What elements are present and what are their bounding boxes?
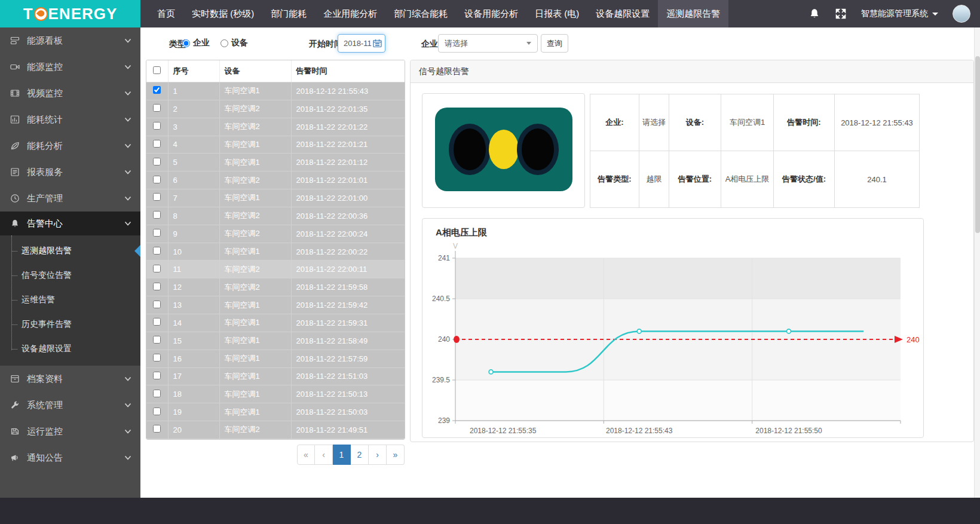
page-button-4[interactable]: 2	[351, 445, 369, 465]
sidebar-item-7[interactable]: 生产管理	[0, 185, 140, 212]
topnav-item-8[interactable]: 设备越限设置	[587, 0, 658, 27]
search-button[interactable]: 查询	[541, 34, 568, 53]
start-time-input[interactable]	[338, 34, 385, 53]
topnav-item-1[interactable]: 首页	[149, 0, 183, 27]
row-checkbox[interactable]	[153, 301, 161, 308]
sidebar-subitem-5[interactable]: 设备越限设置	[0, 336, 140, 361]
topnav-item-9[interactable]: 遥测越限告警	[658, 0, 728, 27]
row-checkbox[interactable]	[153, 229, 161, 237]
row-checkbox[interactable]	[153, 176, 161, 183]
table-row[interactable]: 17车间空调12018-11-22 21:51:03	[146, 367, 405, 385]
chevron-down-icon	[124, 115, 132, 124]
page-button-6[interactable]: »	[387, 445, 405, 465]
table-row[interactable]: 3车间空调22018-11-22 22:01:22	[146, 118, 405, 136]
table-row[interactable]: 11车间空调22018-11-22 22:00:11	[146, 261, 405, 278]
type-radio-1[interactable]: 企业	[182, 38, 210, 48]
table-row[interactable]: 13车间空调12018-11-22 21:59:42	[146, 296, 405, 314]
row-checkbox[interactable]	[153, 318, 161, 326]
page-button-5[interactable]: ›	[369, 445, 387, 465]
table-row[interactable]: 19车间空调12018-11-22 21:50:03	[146, 403, 405, 421]
svg-text:240: 240	[906, 335, 920, 344]
table-row[interactable]: 15车间空调12018-11-22 21:58:49	[146, 332, 405, 350]
topnav-item-3[interactable]: 部门能耗	[262, 0, 315, 27]
row-checkbox[interactable]	[153, 193, 161, 201]
logo-text-t: T	[23, 5, 33, 23]
table-row[interactable]: 4车间空调12018-11-22 22:01:21	[146, 136, 405, 154]
page-button-1[interactable]: «	[297, 445, 315, 465]
sidebar-subitem-3[interactable]: 运维告警	[0, 287, 140, 312]
page-button-2[interactable]: ‹	[315, 445, 333, 465]
sidebar-item-6[interactable]: 报表服务	[0, 159, 140, 185]
row-checkbox[interactable]	[153, 247, 161, 255]
row-checkbox[interactable]	[153, 265, 161, 272]
sidebar-subitem-2[interactable]: 信号变位告警	[0, 263, 140, 287]
table-row[interactable]: 5车间空调12018-11-22 22:01:12	[146, 154, 405, 171]
sidebar-item-11[interactable]: 运行监控	[0, 418, 140, 445]
row-checkbox[interactable]	[153, 283, 161, 290]
user-avatar[interactable]	[953, 5, 970, 23]
sidebar-item-1[interactable]: 能源看板	[0, 27, 140, 54]
fullscreen-icon[interactable]	[835, 8, 847, 20]
system-name-menu[interactable]: 智慧能源管理系统	[861, 8, 938, 19]
table-row[interactable]: 20车间空调22018-11-22 21:49:51	[146, 421, 405, 439]
row-checkbox[interactable]	[153, 407, 161, 415]
table-row[interactable]: 16车间空调12018-11-22 21:57:59	[146, 350, 405, 367]
table-row[interactable]: 12车间空调22018-11-22 21:59:58	[146, 278, 405, 296]
cell-time: 2018-11-22 21:59:58	[291, 278, 405, 296]
table-row[interactable]: 14车间空调12018-11-22 21:59:31	[146, 314, 405, 332]
row-checkbox[interactable]	[153, 158, 161, 166]
row-checkbox[interactable]	[153, 354, 161, 361]
sidebar-item-12[interactable]: 通知公告	[0, 445, 140, 471]
cell-no: 11	[168, 261, 219, 278]
row-checkbox[interactable]	[153, 86, 161, 94]
chevron-down-icon	[124, 427, 132, 436]
topnav-item-5[interactable]: 部门综合能耗	[385, 0, 456, 27]
topnav-item-6[interactable]: 设备用能分析	[456, 0, 526, 27]
scrollbar-thumb[interactable]	[975, 56, 980, 233]
page-button-3[interactable]: 1	[333, 445, 351, 465]
table-row[interactable]: 7车间空调12018-11-22 22:01:00	[146, 189, 405, 207]
type-radio-2[interactable]: 设备	[220, 38, 248, 48]
row-checkbox[interactable]	[153, 140, 161, 148]
cell-time: 2018-11-22 21:59:31	[291, 314, 405, 332]
row-checkbox[interactable]	[153, 122, 161, 130]
bell-icon[interactable]	[808, 8, 820, 20]
type-radio-input-2[interactable]	[220, 39, 228, 47]
table-row[interactable]: 10车间空调12018-11-22 22:00:22	[146, 243, 405, 261]
sidebar-item-3[interactable]: 视频监控	[0, 80, 140, 106]
sidebar-subitem-1[interactable]: 遥测越限告警	[0, 238, 140, 263]
chevron-down-icon	[124, 142, 132, 150]
cell-time: 2018-11-22 21:57:59	[291, 350, 405, 367]
table-row[interactable]: 1车间空调12018-12-12 21:55:43	[146, 82, 405, 100]
cell-time: 2018-11-22 22:00:36	[291, 207, 405, 225]
row-checkbox[interactable]	[153, 425, 161, 433]
topnav-item-4[interactable]: 企业用能分析	[315, 0, 385, 27]
table-row[interactable]: 2车间空调22018-11-22 22:01:35	[146, 100, 405, 118]
sidebar-item-5[interactable]: 能耗分析	[0, 133, 140, 159]
sidebar-item-2[interactable]: 能源监控	[0, 54, 140, 80]
table-row[interactable]: 9车间空调22018-11-22 22:00:24	[146, 225, 405, 243]
table-row[interactable]: 18车间空调12018-11-22 21:50:13	[146, 385, 405, 403]
row-checkbox[interactable]	[153, 211, 161, 219]
row-checkbox[interactable]	[153, 336, 161, 344]
row-checkbox[interactable]	[153, 390, 161, 397]
logo-leaf-icon	[34, 7, 48, 21]
topnav-item-2[interactable]: 实时数据 (秒级)	[183, 0, 262, 27]
sidebar-item-9[interactable]: 档案资料	[0, 366, 140, 392]
sidebar-item-10[interactable]: 系统管理	[0, 392, 140, 418]
sidebar-subitem-label: 设备越限设置	[22, 344, 72, 354]
row-checkbox[interactable]	[153, 372, 161, 379]
page-scrollbar[interactable]	[974, 27, 980, 498]
table-row[interactable]: 6车间空调22018-11-22 22:01:01	[146, 171, 405, 189]
type-radio-input-1[interactable]	[182, 39, 190, 47]
company-select[interactable]: 请选择	[438, 34, 538, 53]
sidebar-item-4[interactable]: 能耗统计	[0, 106, 140, 133]
row-checkbox[interactable]	[153, 104, 161, 112]
table-row[interactable]: 8车间空调22018-11-22 22:00:36	[146, 207, 405, 225]
sidebar-item-label: 生产管理	[27, 193, 124, 204]
topnav-item-7[interactable]: 日报表 (电)	[526, 0, 587, 27]
sidebar-item-8[interactable]: 告警中心	[0, 212, 140, 235]
select-all-checkbox[interactable]	[153, 66, 161, 74]
sidebar-subitem-4[interactable]: 历史事件告警	[0, 312, 140, 336]
svg-text:241: 241	[438, 254, 450, 262]
